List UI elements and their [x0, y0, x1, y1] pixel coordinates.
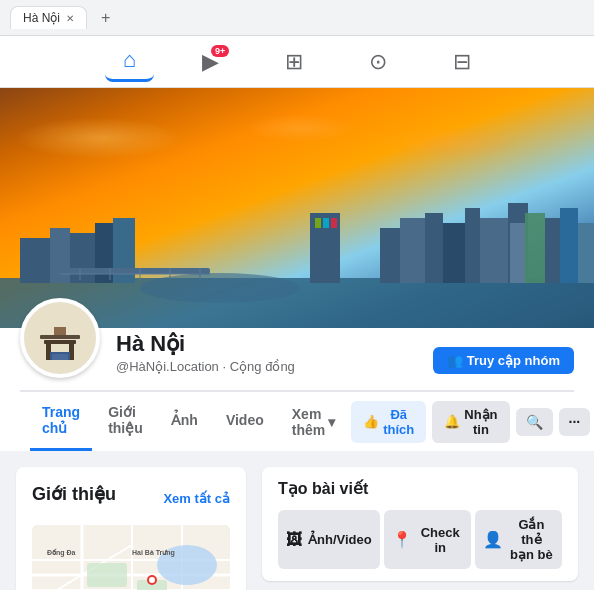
- svg-text:Hai Bà Trưng: Hai Bà Trưng: [132, 549, 175, 557]
- svg-point-53: [149, 577, 155, 583]
- svg-rect-27: [323, 218, 329, 228]
- svg-rect-26: [315, 218, 321, 228]
- svg-rect-13: [20, 238, 50, 283]
- more-tab-button[interactable]: ···: [559, 408, 591, 436]
- svg-rect-18: [60, 268, 210, 274]
- intro-card-header: Giới thiệu Xem tất cả: [32, 483, 230, 513]
- profile-section: Hà Nội @HàNội.Location · Cộng đồng 👥 Tru…: [0, 328, 594, 451]
- photo-icon: 🖼: [286, 531, 302, 549]
- intro-title: Giới thiệu: [32, 483, 116, 505]
- see-all-link[interactable]: Xem tất cả: [163, 491, 230, 506]
- menu-icon: ⊟: [453, 49, 471, 74]
- tag-friends-button[interactable]: 👤 Gắn thẻ bạn bè: [475, 510, 562, 569]
- tag-icon: 👤: [483, 530, 503, 549]
- map-svg: Đống Đa Hai Bà Trưng Thanh Xuân: [32, 525, 230, 590]
- profile-info: Hà Nội @HàNội.Location · Cộng đồng: [116, 331, 417, 378]
- svg-rect-12: [578, 223, 594, 283]
- svg-rect-36: [52, 354, 68, 360]
- map-container: Đống Đa Hai Bà Trưng Thanh Xuân: [32, 525, 230, 590]
- join-icon: 👥: [447, 353, 463, 368]
- check-in-button[interactable]: 📍 Check in: [384, 510, 471, 569]
- tab-title: Hà Nội: [23, 11, 60, 25]
- browser-chrome: Hà Nội ✕ +: [0, 0, 594, 36]
- profile-actions: 👥 Truy cập nhóm: [433, 347, 574, 378]
- store-icon: ⊞: [285, 49, 303, 74]
- svg-rect-3: [425, 213, 443, 283]
- home-icon: ⌂: [123, 47, 136, 72]
- chevron-down-icon: ▾: [328, 414, 335, 430]
- svg-rect-6: [480, 218, 508, 283]
- tab-more-button[interactable]: Xem thêm ▾: [280, 396, 347, 448]
- following-button[interactable]: 🔔 Nhận tin: [432, 401, 509, 443]
- nav-home-button[interactable]: ⌂: [105, 41, 154, 82]
- city-skyline: [0, 168, 594, 328]
- svg-rect-5: [465, 208, 480, 283]
- create-post-title: Tạo bài viết: [278, 479, 562, 498]
- svg-rect-9: [525, 213, 545, 283]
- create-post-actions: 🖼 Ảnh/Video 📍 Check in 👤 Gắn thẻ bạn bè: [278, 510, 562, 569]
- tab-videos[interactable]: Video: [214, 400, 276, 443]
- nav-groups-button[interactable]: ⊙: [351, 43, 405, 81]
- close-tab-button[interactable]: ✕: [66, 13, 74, 24]
- svg-rect-14: [50, 228, 70, 283]
- profile-tabs: Trang chủ Giới thiệu Ảnh Video Xem thêm …: [20, 391, 574, 451]
- right-column: Tạo bài viết 🖼 Ảnh/Video 📍 Check in 👤 Gắ…: [262, 467, 578, 590]
- nav-menu-button[interactable]: ⊟: [435, 43, 489, 81]
- tab-action-buttons: 👍 Đã thích 🔔 Nhận tin 🔍 ···: [351, 401, 590, 443]
- svg-point-29: [140, 273, 300, 303]
- avatar-image: [24, 302, 96, 374]
- svg-rect-1: [380, 228, 400, 283]
- people-icon: ⊙: [369, 49, 387, 74]
- main-content: Giới thiệu Xem tất cả: [0, 451, 594, 590]
- liked-icon: 👍: [363, 414, 379, 429]
- join-group-button[interactable]: 👥 Truy cập nhóm: [433, 347, 574, 374]
- svg-rect-10: [545, 218, 560, 283]
- liked-button[interactable]: 👍 Đã thích: [351, 401, 426, 443]
- tab-home[interactable]: Trang chủ: [30, 392, 92, 451]
- avatar: [20, 298, 100, 378]
- location-pin-icon: 📍: [392, 530, 412, 549]
- svg-rect-32: [40, 335, 80, 339]
- svg-text:Đống Đa: Đống Đa: [47, 548, 76, 557]
- svg-rect-28: [331, 218, 337, 228]
- svg-rect-8: [510, 223, 525, 283]
- photo-video-button[interactable]: 🖼 Ảnh/Video: [278, 510, 380, 569]
- svg-rect-15: [70, 233, 95, 283]
- nav-video-button[interactable]: ▶ 9+: [184, 43, 237, 81]
- intro-card: Giới thiệu Xem tất cả: [16, 467, 246, 590]
- tab-about[interactable]: Giới thiệu: [96, 392, 155, 451]
- new-tab-button[interactable]: +: [95, 7, 116, 29]
- profile-header: Hà Nội @HàNội.Location · Cộng đồng 👥 Tru…: [20, 328, 574, 391]
- ellipsis-icon: ···: [569, 414, 581, 430]
- browser-tab[interactable]: Hà Nội ✕: [10, 6, 87, 29]
- notification-badge: 9+: [211, 45, 229, 57]
- svg-rect-46: [87, 563, 127, 587]
- search-tab-button[interactable]: 🔍: [516, 408, 553, 436]
- svg-rect-31: [44, 340, 76, 344]
- nav-marketplace-button[interactable]: ⊞: [267, 43, 321, 81]
- cover-photo: [0, 88, 594, 328]
- svg-rect-37: [54, 327, 66, 335]
- bell-icon: 🔔: [444, 414, 460, 429]
- svg-rect-11: [560, 208, 578, 283]
- create-post-card: Tạo bài viết 🖼 Ảnh/Video 📍 Check in 👤 Gắ…: [262, 467, 578, 581]
- facebook-navbar: ⌂ ▶ 9+ ⊞ ⊙ ⊟: [0, 36, 594, 88]
- svg-rect-2: [400, 218, 425, 283]
- svg-rect-4: [443, 223, 465, 283]
- search-icon: 🔍: [526, 414, 543, 430]
- profile-subtitle: @HàNội.Location · Cộng đồng: [116, 359, 417, 374]
- profile-name: Hà Nội: [116, 331, 417, 357]
- tab-photos[interactable]: Ảnh: [159, 400, 210, 443]
- left-column: Giới thiệu Xem tất cả: [16, 467, 246, 590]
